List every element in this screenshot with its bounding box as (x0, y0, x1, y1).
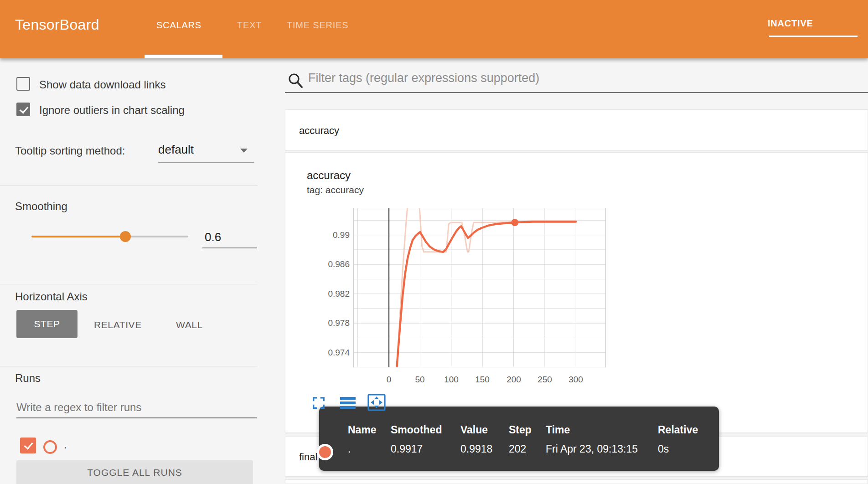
tooltip-relative-value: 0s (658, 443, 669, 455)
tooltip-col-name: Name (348, 424, 377, 436)
status-selector[interactable]: INACTIVE (768, 18, 813, 29)
tab-time-series[interactable]: TIME SERIES (287, 20, 349, 31)
app-title: TensorBoard (15, 16, 99, 33)
checkmark-icon (20, 104, 29, 114)
run-name: . (64, 438, 67, 451)
x-tick-label: 50 (406, 375, 434, 385)
tooltip-raw-value: 0.9918 (460, 443, 492, 455)
smoothing-value-underline (202, 247, 257, 248)
y-tick-label: 0.986 (314, 259, 350, 269)
axis-option-relative[interactable]: RELATIVE (94, 319, 142, 330)
search-icon (287, 72, 304, 90)
dropdown-underline (158, 162, 254, 163)
tensorboard-app: TensorBoard SCALARS TEXT TIME SERIES INA… (0, 0, 868, 484)
run-checkbox[interactable] (20, 438, 36, 453)
x-tick-label: 300 (562, 375, 589, 385)
y-tick-label: 0.974 (314, 348, 350, 358)
chart-hover-tooltip: Name Smoothed Value Step Time Relative .… (319, 407, 719, 471)
tooltip-sorting-dropdown[interactable]: default (158, 143, 194, 157)
y-tick-label: 0.978 (314, 318, 350, 328)
smoothing-slider-track[interactable] (125, 236, 188, 237)
active-tab-underline (145, 55, 222, 58)
run-color-dot (319, 446, 331, 458)
toggle-all-runs-button[interactable]: TOGGLE ALL RUNS (16, 460, 253, 484)
next-card-partial (285, 479, 868, 484)
axis-option-wall[interactable]: WALL (176, 319, 203, 330)
tooltip-run-name: . (348, 443, 351, 455)
tooltip-col-step: Step (509, 424, 532, 436)
divider (0, 185, 258, 186)
tab-scalars[interactable]: SCALARS (156, 20, 202, 31)
show-download-links-checkbox[interactable] (16, 77, 30, 91)
ignore-outliers-label: Ignore outliers in chart scaling (39, 104, 185, 117)
expand-selection-icon[interactable] (312, 396, 326, 410)
show-download-links-label: Show data download links (39, 78, 166, 91)
tooltip-col-smoothed: Smoothed (391, 424, 442, 436)
run-filter-input[interactable] (16, 401, 257, 418)
tooltip-step-value: 202 (509, 443, 526, 455)
divider (0, 366, 258, 366)
tooltip-run-swatch (317, 444, 333, 460)
section-header-accuracy[interactable]: accuracy (285, 109, 868, 150)
tag-filter-input[interactable] (307, 71, 765, 86)
checkmark-icon (24, 440, 33, 450)
horizontal-axis-label: Horizontal Axis (15, 290, 88, 303)
x-tick-label: 100 (438, 375, 465, 385)
smoothing-value[interactable]: 0.6 (205, 230, 221, 244)
chart-card-accuracy: accuracy tag: accuracy 0.990.9860.9820.9… (285, 152, 868, 433)
chart-title: accuracy (307, 169, 351, 182)
toggle-runs-list-icon[interactable] (339, 396, 356, 410)
smoothing-slider-thumb[interactable] (120, 231, 131, 242)
x-tick-label: 200 (500, 375, 527, 385)
tooltip-col-value: Value (460, 424, 488, 436)
tooltip-col-relative: Relative (658, 424, 698, 436)
fit-domain-icon[interactable] (367, 393, 386, 412)
tooltip-col-time: Time (546, 424, 570, 436)
x-tick-label: 150 (469, 375, 496, 385)
chevron-down-icon[interactable] (240, 149, 248, 153)
divider (0, 284, 258, 284)
tag-filter-underline (285, 92, 868, 93)
section-title: final (299, 451, 317, 463)
app-header: TensorBoard SCALARS TEXT TIME SERIES INA… (0, 0, 868, 58)
status-underline (769, 36, 858, 37)
runs-label: Runs (15, 372, 41, 385)
chart-plot[interactable] (353, 208, 606, 367)
tooltip-smoothed-value: 0.9917 (391, 443, 423, 455)
section-title: accuracy (299, 125, 339, 137)
run-color-swatch[interactable] (43, 440, 57, 454)
smoothing-slider-track-filled[interactable] (31, 236, 125, 237)
axis-option-step[interactable]: STEP (16, 310, 78, 338)
ignore-outliers-checkbox[interactable] (16, 103, 30, 116)
x-tick-label: 0 (375, 375, 403, 385)
smoothing-label: Smoothing (15, 200, 67, 213)
chart-subtitle: tag: accuracy (307, 185, 364, 196)
tab-text[interactable]: TEXT (237, 20, 262, 31)
y-tick-label: 0.982 (314, 289, 350, 299)
tooltip-sorting-label: Tooltip sorting method: (15, 144, 125, 157)
x-tick-label: 250 (531, 375, 558, 385)
tooltip-time-value: Fri Apr 23, 09:13:15 (546, 443, 638, 455)
y-tick-label: 0.99 (314, 230, 350, 240)
